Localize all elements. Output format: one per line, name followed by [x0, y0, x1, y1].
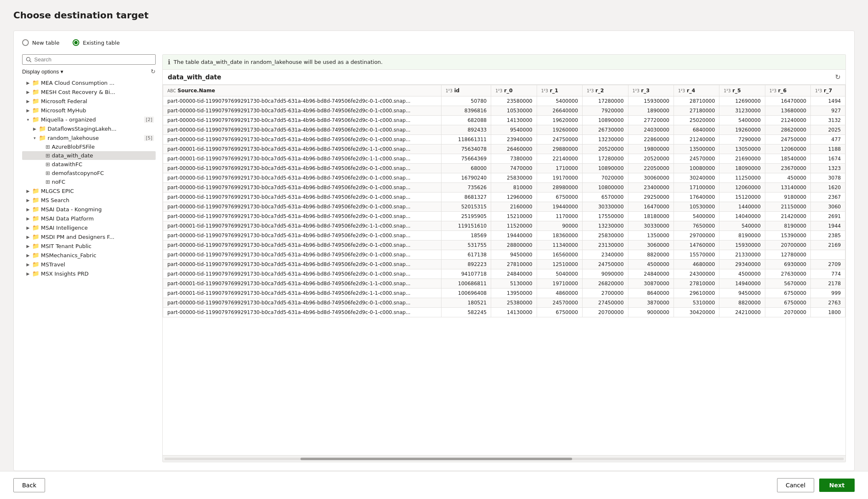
tree-item-label: random_lakehouse	[48, 135, 142, 141]
tree-item-demofastcopy[interactable]: ⊞demofastcopynoFC	[22, 169, 156, 177]
table-row: part-00001-tid-11990797699291730-b0ca7dd…	[163, 221, 845, 231]
data-table-wrapper[interactable]: ABCSource.Name1²3id1²3r_01²3r_11²3r_21²3…	[163, 85, 845, 455]
tree-item-dataflows[interactable]: ▶📁DataflowsStagingLakeh...	[22, 124, 156, 133]
table-cell: 10800000	[583, 183, 628, 193]
table-cell: 5400000	[537, 96, 582, 106]
table-cell: 10890000	[583, 164, 628, 173]
next-button[interactable]: Next	[819, 479, 855, 492]
table-row: part-00000-tid-11990797699291730-b0ca7dd…	[163, 164, 845, 173]
table-cell: 22140000	[537, 154, 582, 164]
refresh-table-button[interactable]: ↻	[835, 73, 840, 81]
table-cell: 7380000	[491, 154, 537, 164]
tree-item-msdi[interactable]: ▶📁MSDI PM and Designers F...	[22, 232, 156, 241]
tree-item-data_with_date[interactable]: ⊞data_with_date	[22, 151, 156, 160]
table-cell: part-00001-tid-11990797699291730-b0ca7dd…	[163, 289, 442, 298]
table-cell: 31230000	[719, 106, 765, 116]
table-cell: 8190000	[719, 231, 765, 241]
table-row: part-00000-tid-11990797699291730-b0ca7dd…	[163, 183, 845, 193]
table-cell: part-00001-tid-11990797699291730-b0ca7dd…	[163, 279, 442, 289]
table-cell: 14040000	[719, 212, 765, 221]
table-cell: 26640000	[537, 106, 582, 116]
table-cell: 8820000	[719, 298, 765, 308]
chevron-down-icon: ▾	[25, 117, 30, 122]
search-box[interactable]	[22, 54, 156, 65]
search-input[interactable]	[34, 56, 152, 63]
table-cell: 9180000	[765, 193, 810, 202]
table-cell: 1323	[811, 164, 845, 173]
table-cell: 7920000	[583, 106, 628, 116]
folder-icon: 📁	[32, 107, 39, 114]
tree-item-mesh[interactable]: ▶📁MESH Cost Recovery & Bi...	[22, 87, 156, 96]
table-cell: 75634078	[441, 144, 491, 154]
table-cell: 5400000	[719, 116, 765, 125]
existing-table-option[interactable]: Existing table	[73, 39, 120, 46]
display-options-button[interactable]: Display options ▾	[22, 68, 63, 75]
table-cell: 531755	[441, 241, 491, 250]
page-title: Choose destination target	[13, 10, 855, 20]
info-icon: ℹ	[168, 58, 170, 66]
table-cell: 17640000	[674, 193, 719, 202]
tree-item-msit[interactable]: ▶📁MSIT Tenant Public	[22, 241, 156, 251]
tree-item-mea[interactable]: ▶📁MEA Cloud Consumption ...	[22, 78, 156, 87]
table-cell: 1944	[811, 221, 845, 231]
new-table-option[interactable]: New table	[22, 39, 59, 46]
tree-item-mssearch[interactable]: ▶📁MS Search	[22, 195, 156, 205]
table-cell: 5040000	[537, 269, 582, 279]
tree-item-mstravel[interactable]: ▶📁MSTravel	[22, 260, 156, 269]
table-cell: 19710000	[537, 279, 582, 289]
tree-item-msfederal[interactable]: ▶📁Microsoft Federal	[22, 96, 156, 106]
cancel-button[interactable]: Cancel	[777, 478, 814, 492]
tree-item-datawithfc[interactable]: ⊞datawithFC	[22, 160, 156, 169]
chevron-right-icon: ▶	[25, 235, 30, 239]
tree-item-nofc[interactable]: ⊞noFC	[22, 177, 156, 186]
table-cell: 582245	[441, 308, 491, 317]
refresh-tree-button[interactable]: ↻	[151, 68, 156, 75]
table-cell: 23940000	[491, 135, 537, 144]
tree-container[interactable]: ▶📁MEA Cloud Consumption ...▶📁MESH Cost R…	[22, 78, 156, 462]
table-cell: 180521	[441, 298, 491, 308]
table-cell: 6930000	[765, 260, 810, 269]
table-cell: 29610000	[674, 289, 719, 298]
table-cell: 21330000	[719, 250, 765, 260]
tree-item-msai_platform[interactable]: ▶📁MSAI Data Platform	[22, 214, 156, 223]
table-cell: part-00000-tid-11990797699291730-b0ca7dd…	[163, 193, 442, 202]
table-cell: part-00000-tid-11990797699291730-b0ca7dd…	[163, 269, 442, 279]
horizontal-scrollbar[interactable]	[163, 455, 845, 462]
data-table: ABCSource.Name1²3id1²3r_01²3r_11²3r_21²3…	[163, 85, 845, 317]
table-cell: 27720000	[628, 116, 674, 125]
table-cell: 23670000	[765, 164, 810, 173]
tree-item-myhub[interactable]: ▶📁Microsoft MyHub	[22, 106, 156, 115]
tree-item-azureblob[interactable]: ⊞AzureBlobFSFile	[22, 142, 156, 151]
table-cell: 10530000	[674, 202, 719, 212]
table-cell: 26460000	[491, 144, 537, 154]
table-cell: 11340000	[537, 241, 582, 250]
new-table-radio[interactable]	[22, 39, 29, 46]
table-cell: 14130000	[491, 308, 537, 317]
table-cell: 19800000	[628, 144, 674, 154]
existing-table-radio[interactable]	[73, 39, 79, 46]
tree-item-mlgcs[interactable]: ▶📁MLGCS EPIC	[22, 186, 156, 195]
folder-icon: 📁	[32, 206, 39, 213]
table-cell: 13050000	[719, 144, 765, 154]
tree-item-msmechanics[interactable]: ▶📁MSMechanics_Fabric	[22, 251, 156, 260]
table-cell: 23580000	[491, 96, 537, 106]
table-cell: 20700000	[765, 241, 810, 250]
tree-item-label: DataflowsStagingLakeh...	[48, 126, 154, 132]
chevron-right-icon: ▶	[25, 189, 30, 193]
tree-item-msai_intelligence[interactable]: ▶📁MSAI Intelligence	[22, 223, 156, 232]
table-cell: 2700000	[583, 289, 628, 298]
back-button[interactable]: Back	[13, 478, 45, 492]
table-row: part-00000-tid-11990797699291730-b0ca7dd…	[163, 116, 845, 125]
table-row: part-00000-tid-11990797699291730-b0ca7dd…	[163, 298, 845, 308]
table-cell: 30330000	[583, 202, 628, 212]
table-cell: 12690000	[719, 96, 765, 106]
table-cell: 24840000	[628, 269, 674, 279]
tree-item-label: MSMechanics_Fabric	[41, 252, 154, 258]
tree-item-msai_kongming[interactable]: ▶📁MSAI Data - Kongming	[22, 205, 156, 214]
col-header-r_2: 1²3r_2	[583, 85, 628, 96]
table-cell: 20520000	[583, 144, 628, 154]
tree-item-random_lakehouse[interactable]: ▾📁random_lakehouse[5]	[22, 133, 156, 142]
table-cell: 19260000	[537, 125, 582, 135]
tree-item-msx[interactable]: ▶📁MSX Insights PRD	[22, 269, 156, 278]
tree-item-miquella[interactable]: ▾📁Miquella - organized[2]	[22, 115, 156, 124]
